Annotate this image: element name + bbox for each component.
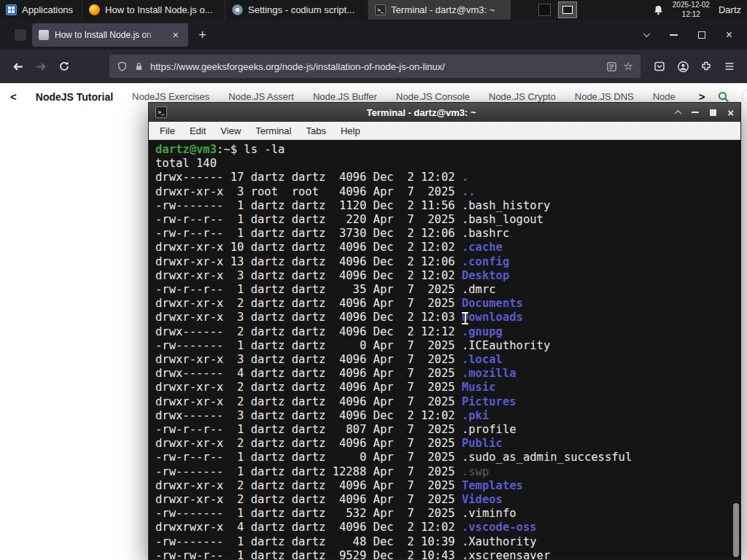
terminal-glyph-icon: [562, 6, 573, 14]
terminal-line: drwxr-xr-x 3 root root 4096 Apr 7 2025 .…: [155, 185, 740, 199]
account-icon[interactable]: [671, 55, 694, 78]
terminal-line: drwxr-xr-x 2 dartz dartz 4096 Apr 7 2025…: [155, 479, 740, 493]
terminal-menu-tabs[interactable]: Tabs: [299, 124, 332, 138]
terminal-output[interactable]: dartz@vm3:~$ ls -la total 140 drwx------…: [149, 140, 740, 559]
taskbar-window-button[interactable]: Settings - codium script...: [225, 0, 368, 20]
tray-terminal-icon[interactable]: [558, 1, 577, 18]
search-icon[interactable]: [717, 90, 730, 104]
user-menu[interactable]: Dartz: [719, 4, 741, 15]
terminal-menu-terminal[interactable]: Terminal: [249, 124, 298, 138]
terminal-line: -rw-rw-r-- 1 dartz dartz 9529 Dec 2 10:4…: [155, 549, 740, 559]
nav-scroll-right-icon[interactable]: >: [699, 90, 705, 103]
browser-tab[interactable]: How to Install Node.js on ×: [32, 23, 188, 47]
file-name: .bash_history: [462, 199, 550, 212]
firefox-view-icon[interactable]: [15, 29, 26, 41]
window-minimize-button[interactable]: [670, 34, 678, 36]
site-nav-item[interactable]: Node.JS Buffer: [313, 91, 377, 102]
terminal-menubar: FileEditViewTerminalTabsHelp: [149, 122, 740, 140]
lock-icon[interactable]: [134, 61, 144, 71]
file-name: .bash_logout: [462, 213, 543, 226]
file-name: Downloads: [462, 311, 523, 324]
clock-date: 2025-12-02: [673, 1, 710, 10]
terminal-maximize-button[interactable]: [710, 109, 716, 116]
sign-in-button[interactable]: Sign In: [742, 88, 747, 106]
terminal-line: drwx------ 17 dartz dartz 4096 Dec 2 12:…: [155, 171, 740, 184]
prompt-user-host: dartz@vm3: [155, 143, 217, 156]
list-tabs-icon[interactable]: [643, 30, 650, 37]
window-maximize-button[interactable]: [698, 31, 705, 39]
terminal-window: >_ Terminal - dartz@vm3: ~ × FileEditVie…: [148, 102, 741, 560]
window-close-button[interactable]: ×: [726, 29, 732, 41]
terminal-shade-button[interactable]: [675, 109, 682, 117]
taskbar: Applications How to Install Node.js o...…: [0, 0, 747, 20]
site-nav-item[interactable]: NodeJS Exercises: [132, 91, 209, 102]
terminal-total-line: total 140: [155, 157, 740, 171]
file-name: Music: [462, 381, 496, 394]
tab-close-icon[interactable]: ×: [169, 28, 182, 41]
file-name: .mozilla: [462, 367, 516, 380]
file-name: .ICEauthority: [462, 339, 550, 352]
extensions-icon[interactable]: [694, 55, 718, 78]
terminal-line: drwxr-xr-x 2 dartz dartz 4096 Apr 7 2025…: [155, 437, 740, 451]
file-name: .gnupg: [462, 325, 503, 338]
terminal-line: -rw------- 1 dartz dartz 0 Apr 7 2025 .I…: [155, 339, 740, 353]
file-name: Public: [462, 437, 503, 450]
file-name: .swp: [462, 465, 489, 478]
terminal-titlebar[interactable]: >_ Terminal - dartz@vm3: ~ ×: [149, 103, 740, 122]
terminal-line: -rw------- 1 dartz dartz 48 Dec 2 10:39 …: [155, 535, 740, 549]
pocket-icon[interactable]: [648, 55, 671, 78]
taskbar-window-button[interactable]: >_Terminal - dartz@vm3: ~: [368, 0, 511, 20]
back-button[interactable]: [6, 55, 29, 78]
site-nav-item[interactable]: Node.JS Crypto: [489, 91, 556, 102]
terminal-line: -rw-r--r-- 1 dartz dartz 807 Apr 7 2025 …: [155, 423, 740, 437]
shield-icon[interactable]: [117, 61, 128, 72]
reload-button[interactable]: [53, 55, 76, 78]
terminal-menu-help[interactable]: Help: [334, 124, 367, 138]
terminal-line: -rw------- 1 dartz dartz 532 Apr 7 2025 …: [155, 507, 740, 521]
url-text: https://www.geeksforgeeks.org/node-js/in…: [150, 61, 600, 72]
terminal-menu-edit[interactable]: Edit: [183, 124, 212, 138]
file-name: Documents: [462, 297, 523, 310]
clock[interactable]: 2025-12-02 12:12: [673, 1, 710, 19]
browser-navbar: https://www.geeksforgeeks.org/node-js/in…: [0, 50, 747, 83]
file-name: .local: [462, 353, 503, 366]
terminal-line: drwxr-xr-x 10 dartz dartz 4096 Dec 2 12:…: [155, 241, 740, 254]
site-nav-primary[interactable]: NodeJS Tutorial: [36, 91, 113, 103]
terminal-menu-file[interactable]: File: [153, 124, 182, 138]
forward-button[interactable]: [29, 55, 53, 78]
terminal-line: drwxr-xr-x 3 dartz dartz 4096 Dec 2 12:0…: [155, 269, 740, 283]
site-nav-item[interactable]: Node.JS DNS: [575, 91, 634, 102]
terminal-line: drwxr-xr-x 3 dartz dartz 4096 Apr 7 2025…: [155, 353, 740, 367]
url-bar[interactable]: https://www.geeksforgeeks.org/node-js/in…: [109, 55, 640, 78]
taskbar-window-title: Terminal - dartz@vm3: ~: [391, 4, 495, 15]
site-nav-item[interactable]: Node.JS Assert: [228, 91, 294, 102]
nav-scroll-left-icon[interactable]: <: [10, 90, 17, 103]
taskbar-window-button[interactable]: How to Install Node.js o...: [82, 0, 225, 20]
settings-icon: [232, 4, 243, 15]
taskbar-window-title: Settings - codium script...: [248, 4, 355, 15]
applications-menu[interactable]: Applications: [0, 0, 82, 20]
applications-label: Applications: [22, 4, 73, 15]
terminal-listing: drwx------ 17 dartz dartz 4096 Dec 2 12:…: [155, 171, 740, 559]
terminal-close-button[interactable]: ×: [727, 107, 734, 118]
file-name: .pki: [462, 409, 489, 422]
terminal-minimize-button[interactable]: [692, 112, 699, 113]
tab-title: How to Install Node.js on: [55, 30, 163, 40]
site-nav-item[interactable]: Node.JS Console: [396, 91, 470, 102]
bookmark-star-icon[interactable]: ☆: [624, 60, 633, 73]
terminal-scrollbar-thumb[interactable]: [733, 503, 739, 557]
menu-icon[interactable]: [718, 55, 741, 78]
tray-indicator-icon[interactable]: [538, 4, 551, 16]
terminal-line: -rw-r--r-- 1 dartz dartz 220 Apr 7 2025 …: [155, 213, 740, 227]
terminal-line: drwxr-xr-x 2 dartz dartz 4096 Apr 7 2025…: [155, 381, 740, 394]
reader-mode-icon[interactable]: [606, 61, 617, 72]
command-text: ls -la: [244, 143, 285, 156]
terminal-icon: >_: [375, 4, 386, 15]
terminal-menu-view[interactable]: View: [214, 124, 247, 138]
site-nav-items: NodeJS ExercisesNode.JS AssertNode.JS Bu…: [132, 91, 676, 102]
terminal-line: drwxr-xr-x 2 dartz dartz 4096 Apr 7 2025…: [155, 297, 740, 311]
new-tab-button[interactable]: +: [196, 27, 209, 43]
file-name: .: [462, 171, 468, 184]
bell-icon[interactable]: [653, 4, 664, 16]
site-nav-item[interactable]: Node: [653, 91, 676, 102]
